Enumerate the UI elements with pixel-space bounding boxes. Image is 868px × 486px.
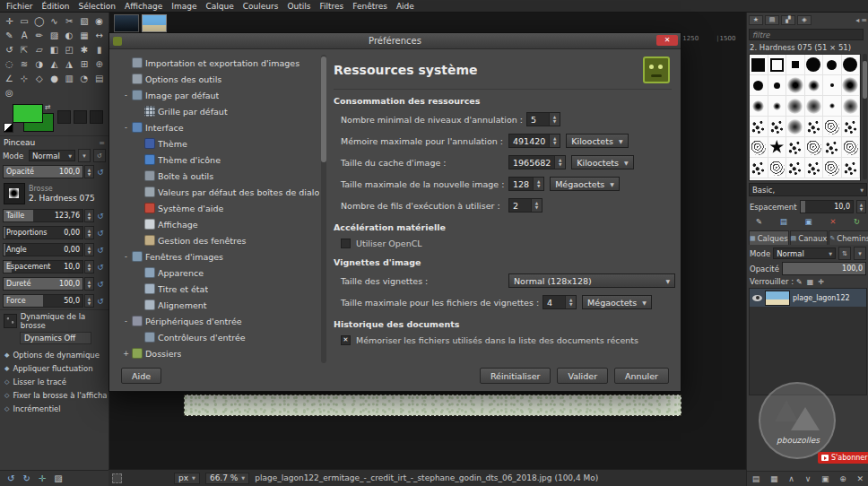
spinner-buttons[interactable] <box>84 165 94 178</box>
tool-icon[interactable]: ◎ <box>2 85 17 100</box>
brush-swatch[interactable] <box>805 117 824 137</box>
prefs-tree-item[interactable]: + Dossiers <box>118 345 319 361</box>
menu-item[interactable]: Aide <box>392 2 419 11</box>
layer-mode-dropdown[interactable]: Normal <box>773 247 836 259</box>
tool-option-row[interactable]: ◇ Fixer la brosse à l'affichage <box>2 388 107 402</box>
layer-action-icon[interactable]: ▤ <box>752 474 760 483</box>
spin-scale-slider[interactable]: Force 50,0 <box>3 294 83 308</box>
pattern-preview[interactable] <box>74 110 87 124</box>
tool-icon[interactable]: ∿ <box>47 13 62 28</box>
tool-icon[interactable]: ✱ <box>77 42 92 56</box>
reset-icon[interactable] <box>95 297 106 306</box>
menu-item[interactable]: Affichage <box>120 2 167 11</box>
prefs-tree-item[interactable]: Thème <box>118 135 319 152</box>
brush-swatch[interactable] <box>842 96 861 117</box>
tool-icon[interactable]: ◌ <box>2 56 17 71</box>
reset-icon[interactable] <box>95 168 106 177</box>
lock-toggle-icon[interactable]: ✛ <box>818 278 824 286</box>
dock-tab[interactable]: ▦ Calques <box>749 230 789 245</box>
default-colors-icon[interactable] <box>4 123 13 133</box>
brush-swatch[interactable] <box>823 137 842 158</box>
tool-icon[interactable]: ✎ <box>2 28 17 42</box>
prefs-tree-item[interactable]: Affichage <box>118 216 319 232</box>
tool-icon[interactable]: ⇱ <box>17 42 32 56</box>
menu-item[interactable]: Édition <box>37 2 74 11</box>
brush-swatch[interactable] <box>750 137 768 158</box>
tool-icon[interactable]: ∠ <box>2 71 17 85</box>
menu-item[interactable]: Couleurs <box>239 2 283 11</box>
spinner-buttons[interactable] <box>533 178 543 190</box>
tool-icon[interactable]: A <box>17 28 32 42</box>
foreground-color-swatch[interactable] <box>13 104 43 123</box>
layer-opacity-slider[interactable]: 100,0 <box>782 262 866 275</box>
reset-icon[interactable] <box>95 263 106 272</box>
brush-action-icon[interactable]: ↻ <box>854 217 860 226</box>
menu-item[interactable]: Sélection <box>74 2 120 11</box>
menu-item[interactable]: Image <box>167 2 201 11</box>
prefs-tree-item[interactable]: Boîte à outils <box>118 168 319 184</box>
spinner-buttons[interactable] <box>531 199 542 212</box>
close-button[interactable] <box>656 35 678 46</box>
brush-swatch[interactable] <box>823 117 842 137</box>
prefs-tree-item[interactable]: Thème d'icône <box>118 152 319 168</box>
prefs-tree-item[interactable]: Valeurs par défaut des boîtes de dialogu… <box>118 184 319 200</box>
unit-dropdown[interactable]: Kilooctets <box>571 155 633 169</box>
scrollbar-thumb[interactable] <box>321 56 326 162</box>
tool-option-row[interactable]: ◇ Lisser le tracé <box>2 375 107 388</box>
swap-colors-icon[interactable]: ⇄ <box>45 103 51 111</box>
tool-icon[interactable]: ● <box>47 71 62 85</box>
tool-option-row[interactable]: ◇ Incrémentiel <box>2 402 107 415</box>
brush-swatch[interactable] <box>768 96 787 117</box>
opencl-checkbox[interactable] <box>341 239 351 248</box>
brush-swatch[interactable] <box>842 137 861 158</box>
brush-action-icon[interactable]: ✕ <box>829 217 836 226</box>
tool-icon[interactable]: ⊕ <box>91 56 107 71</box>
menu-item[interactable]: Calque <box>202 2 239 11</box>
spinner-buttons[interactable] <box>856 200 866 213</box>
max-new-image-spinbox[interactable]: 128 <box>508 177 544 191</box>
brush-swatch[interactable] <box>750 158 768 178</box>
brush-swatch[interactable] <box>805 55 824 75</box>
toolbox-history-icon[interactable]: ↻ <box>22 473 30 483</box>
layer-action-icon[interactable]: ▦ <box>770 474 778 483</box>
brush-action-icon[interactable]: ✎ <box>756 217 762 226</box>
menu-item[interactable]: Fichier <box>2 2 37 11</box>
spinner-buttons[interactable] <box>84 277 94 291</box>
subscribe-button[interactable]: S'abonner <box>818 452 868 464</box>
brush-swatch[interactable] <box>805 137 824 158</box>
spacing-slider[interactable]: 10,0 <box>800 200 854 213</box>
tool-icon[interactable]: ≋ <box>17 56 32 71</box>
brush-swatch[interactable] <box>842 75 861 96</box>
tool-option-row[interactable]: ◆ Appliquer fluctuation <box>2 361 107 375</box>
tree-scrollbar[interactable] <box>321 55 326 363</box>
tool-icon[interactable]: ✛ <box>2 13 17 28</box>
spinner-buttons[interactable] <box>84 294 94 308</box>
spinner-buttons[interactable] <box>549 135 560 147</box>
toolbox-history-icon[interactable]: ▨ <box>54 473 62 483</box>
mode-switch-icon[interactable]: ▾ <box>78 149 91 162</box>
brush-thumbnail[interactable] <box>4 183 25 204</box>
visibility-eye-icon[interactable] <box>752 295 762 301</box>
brush-swatch[interactable] <box>823 158 842 178</box>
tool-icon[interactable]: ◯ <box>31 13 47 28</box>
dynamics-icon[interactable] <box>4 314 17 328</box>
brush-swatch[interactable] <box>750 55 768 75</box>
brush-action-icon[interactable]: ▤ <box>780 217 787 226</box>
tool-icon[interactable]: ◐ <box>62 28 77 42</box>
layer-thumbnail[interactable] <box>765 291 790 306</box>
tree-expander[interactable]: - <box>123 91 129 100</box>
tool-icon[interactable]: ↺ <box>2 42 17 56</box>
tool-icon[interactable]: ◰ <box>62 42 77 56</box>
brush-swatch[interactable] <box>786 75 805 96</box>
reset-icon[interactable] <box>95 212 106 221</box>
layer-action-icon[interactable]: ∧ <box>788 474 794 483</box>
tool-icon[interactable]: ▨ <box>47 28 62 42</box>
spin-scale-slider[interactable]: Taille 123,76 <box>3 209 83 222</box>
opacity-slider[interactable]: Opacité 100,0 <box>3 165 83 178</box>
reset-icon[interactable] <box>95 246 106 255</box>
brush-swatch[interactable] <box>805 75 824 96</box>
dock-tab[interactable]: ▤ Canaux <box>790 230 829 245</box>
reset-button[interactable]: Réinitialiser <box>480 368 551 384</box>
prefs-tree-item[interactable]: Apparence <box>118 265 319 281</box>
brush-swatch[interactable] <box>786 158 805 178</box>
